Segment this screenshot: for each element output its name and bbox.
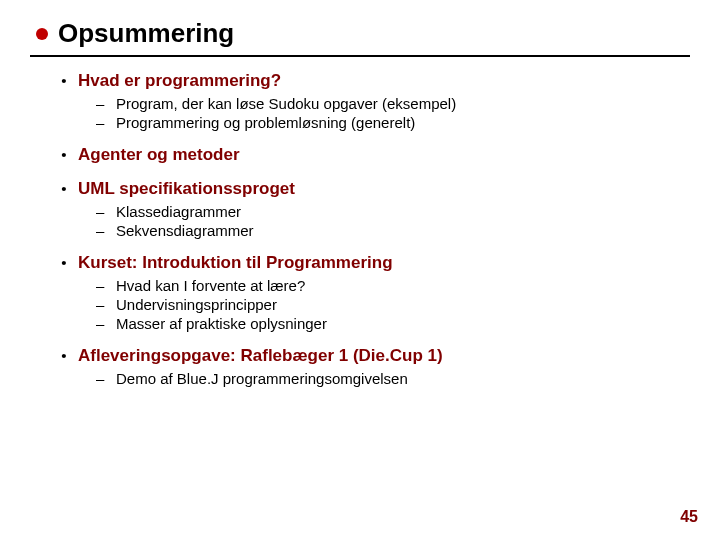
dash-icon: – xyxy=(96,114,108,131)
title-row: Opsummering xyxy=(36,18,690,49)
section-heading-text: Kurset: Introduktion til Programmering xyxy=(78,253,393,273)
page-number: 45 xyxy=(680,508,698,526)
slide-title: Opsummering xyxy=(58,18,234,49)
list-item-text: Masser af praktiske oplysninger xyxy=(116,315,327,332)
list-item-text: Hvad kan I forvente at lære? xyxy=(116,277,305,294)
list-item: – Hvad kan I forvente at lære? xyxy=(96,277,690,294)
section-heading-text: UML specifikationssproget xyxy=(78,179,295,199)
section-heading: • Kurset: Introduktion til Programmering xyxy=(58,253,690,273)
dash-icon: – xyxy=(96,277,108,294)
bullet-icon: • xyxy=(58,255,70,270)
list-item: – Klassediagrammer xyxy=(96,203,690,220)
bullet-icon: • xyxy=(58,147,70,162)
dash-icon: – xyxy=(96,296,108,313)
title-divider xyxy=(30,55,690,57)
section-heading-text: Hvad er programmering? xyxy=(78,71,281,91)
bullet-icon: • xyxy=(58,73,70,88)
list-item: – Masser af praktiske oplysninger xyxy=(96,315,690,332)
section-heading-text: Afleveringsopgave: Raflebæger 1 (Die.Cup… xyxy=(78,346,443,366)
title-bullet-icon xyxy=(36,28,48,40)
list-item: – Programmering og problemløsning (gener… xyxy=(96,114,690,131)
dash-icon: – xyxy=(96,370,108,387)
section-heading: • Agenter og metoder xyxy=(58,145,690,165)
bullet-icon: • xyxy=(58,348,70,363)
section-heading: • UML specifikationssproget xyxy=(58,179,690,199)
list-item-text: Programmering og problemløsning (generel… xyxy=(116,114,415,131)
list-item: – Undervisningsprincipper xyxy=(96,296,690,313)
section-heading-text: Agenter og metoder xyxy=(78,145,240,165)
dash-icon: – xyxy=(96,222,108,239)
list-item-text: Klassediagrammer xyxy=(116,203,241,220)
section-heading: • Hvad er programmering? xyxy=(58,71,690,91)
section-heading: • Afleveringsopgave: Raflebæger 1 (Die.C… xyxy=(58,346,690,366)
dash-icon: – xyxy=(96,95,108,112)
slide: Opsummering • Hvad er programmering? – P… xyxy=(0,0,720,387)
bullet-icon: • xyxy=(58,181,70,196)
list-item-text: Sekvensdiagrammer xyxy=(116,222,254,239)
dash-icon: – xyxy=(96,315,108,332)
list-item: – Sekvensdiagrammer xyxy=(96,222,690,239)
content: • Hvad er programmering? – Program, der … xyxy=(30,71,690,387)
list-item-text: Demo af Blue.J programmeringsomgivelsen xyxy=(116,370,408,387)
list-item-text: Undervisningsprincipper xyxy=(116,296,277,313)
list-item: – Program, der kan løse Sudoku opgaver (… xyxy=(96,95,690,112)
dash-icon: – xyxy=(96,203,108,220)
list-item: – Demo af Blue.J programmeringsomgivelse… xyxy=(96,370,690,387)
list-item-text: Program, der kan løse Sudoku opgaver (ek… xyxy=(116,95,456,112)
